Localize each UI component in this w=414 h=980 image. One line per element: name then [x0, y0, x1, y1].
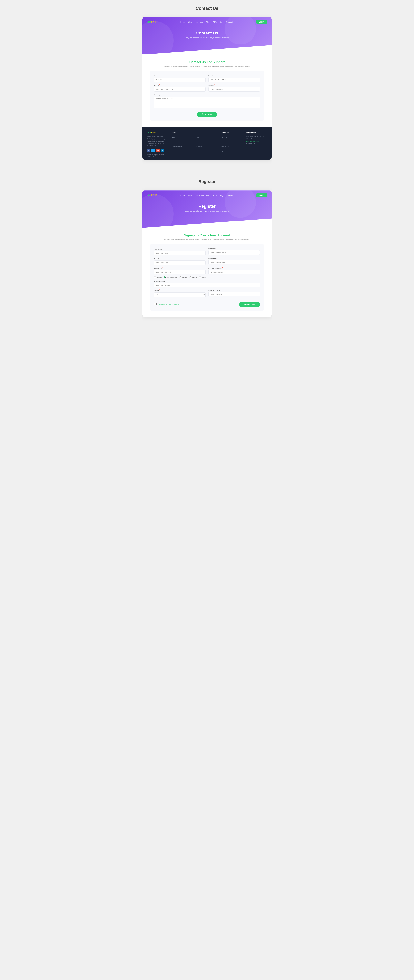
- nav-contact[interactable]: Contact: [226, 21, 232, 23]
- security-answer-input[interactable]: [209, 292, 260, 296]
- register-page-title: Register: [142, 179, 272, 184]
- footer-phone: 877-559-9826: [247, 143, 268, 145]
- nav-faq[interactable]: FAQ: [213, 21, 217, 23]
- register-card: LiteHYIP Home About Investment Plan FAQ …: [142, 190, 272, 317]
- reg-nav-investment[interactable]: Investment Plan: [196, 194, 210, 197]
- payment-payeer: Payeer: [179, 276, 187, 278]
- footer-address: 512. Main road ST. MA 176: [247, 135, 268, 138]
- retype-password-group: Re-type Password *: [209, 267, 260, 275]
- contact-form-row-1: Name * E-mail *: [154, 75, 260, 82]
- reg-nav-home[interactable]: Home: [180, 194, 185, 197]
- username-group: User Name: [209, 257, 260, 265]
- color-bar-red: [207, 13, 210, 13]
- contact-logo: LiteHYIP: [146, 21, 157, 23]
- nav-home[interactable]: Home: [180, 21, 185, 23]
- reg-nav-contact[interactable]: Contact: [226, 194, 232, 197]
- footer-about-blog[interactable]: Blog: [221, 141, 225, 143]
- twitter-icon[interactable]: t: [151, 149, 155, 152]
- contact-navbar: LiteHYIP Home About Investment Plan FAQ …: [142, 17, 272, 27]
- register-row-3: Password * Re-type Password *: [154, 267, 260, 275]
- footer-about-contact[interactable]: Contact Us: [221, 146, 229, 147]
- contact-hero-content: Contact Us Enjoy real benefits and rewar…: [142, 27, 272, 47]
- contact-footer: LiteHYIP We are full service Digital Mar…: [142, 127, 272, 159]
- contact-message-label: Massage *: [154, 94, 260, 96]
- contact-main-content: Contact Us For Support Put your investin…: [142, 54, 272, 127]
- submit-button[interactable]: Submit Now: [239, 302, 260, 307]
- reg-email-input[interactable]: [154, 261, 205, 265]
- contact-subject-group: Subject *: [209, 84, 260, 92]
- contact-nav-links: Home About Investment Plan FAQ Blog Cont…: [180, 20, 233, 24]
- footer-link-home[interactable]: Home: [172, 137, 175, 138]
- color-bar-yellow: [204, 13, 207, 13]
- payment-paypal: Paypal: [189, 276, 197, 278]
- username-input[interactable]: [209, 260, 260, 264]
- footer-about-us[interactable]: About Us: [221, 137, 228, 138]
- select-dropdown[interactable]: Select: [154, 293, 205, 298]
- contact-name-input[interactable]: [154, 78, 205, 82]
- contact-phone-input[interactable]: [154, 87, 205, 92]
- contact-send-button[interactable]: Send Now: [197, 112, 217, 117]
- select-group: Select * Select: [154, 289, 205, 298]
- retype-password-label: Re-type Password *: [209, 267, 260, 269]
- payment-bitcoin-radio[interactable]: [154, 276, 156, 278]
- nav-investment[interactable]: Investment Plan: [196, 21, 210, 23]
- first-name-input[interactable]: [154, 251, 205, 255]
- contact-login-button[interactable]: Login: [256, 20, 268, 24]
- footer-col-contact: Contact Us 512. Main road ST. MA 176 Cha…: [247, 131, 268, 157]
- contact-phone-group: Phone *: [154, 84, 205, 92]
- payment-paytx-radio[interactable]: [199, 276, 201, 278]
- register-navbar: LiteHYIP Home About Investment Plan FAQ …: [142, 190, 272, 200]
- nav-about[interactable]: About: [188, 21, 193, 23]
- privacy-link[interactable]: Privacy Policy: [146, 156, 155, 157]
- first-name-group: First Name *: [154, 248, 205, 255]
- reg-email-label: E-mail *: [154, 257, 205, 260]
- contact-hero-subtitle: Enjoy real benefits and rewards on your …: [142, 37, 272, 39]
- linkedin-icon[interactable]: in: [161, 149, 164, 152]
- contact-email-group: E-mail *: [209, 75, 260, 82]
- register-row-6: Select * Select Security Answer: [154, 289, 260, 298]
- footer-email[interactable]: info@example.com: [247, 140, 259, 142]
- footer-col-links: Links Home About Investment Plan: [172, 131, 193, 157]
- register-hero-content: Register Enjoy real benefits and rewards…: [142, 200, 272, 220]
- footer-about-list: About Us Blog Contact Us Sign In: [221, 135, 242, 152]
- payment-perfectmoney-radio[interactable]: [164, 276, 166, 278]
- contact-email-input[interactable]: [209, 78, 260, 82]
- googleplus-icon[interactable]: g+: [156, 149, 159, 152]
- payment-payeer-radio[interactable]: [179, 276, 181, 278]
- password-label: Password *: [154, 267, 205, 269]
- footer-link-investment[interactable]: Investment Plan: [172, 146, 182, 147]
- color-bar: [201, 13, 213, 13]
- nav-blog[interactable]: Blog: [219, 21, 223, 23]
- contact-message-input[interactable]: [154, 97, 260, 108]
- retype-password-input[interactable]: [209, 270, 260, 274]
- footer-links-list: Home About Investment Plan: [172, 135, 193, 148]
- register-hero-subtitle: Enjoy real benefits and rewards on your …: [142, 210, 272, 212]
- footer-grid: LiteHYIP We are full service Digital Mar…: [146, 131, 268, 157]
- password-input[interactable]: [154, 270, 205, 274]
- payment-options-row: Bitcoin Perfect Money Payeer Paypal Payt…: [154, 276, 260, 278]
- rcb-blue: [210, 186, 213, 186]
- enter-account-input[interactable]: [154, 283, 260, 287]
- register-color-bar: [201, 186, 213, 186]
- footer-link-faq[interactable]: FAQ: [196, 137, 199, 138]
- enter-account-label: Enter Account: [154, 280, 260, 282]
- footer-link-about[interactable]: About: [172, 141, 175, 143]
- footer-about-signin[interactable]: Sign In: [221, 150, 226, 152]
- agree-checkbox[interactable]: [154, 303, 157, 305]
- contact-card: LiteHYIP Home About Investment Plan FAQ …: [142, 17, 272, 159]
- footer-logo-lite: Lite: [146, 131, 151, 134]
- footer-link-blog[interactable]: Blog: [196, 141, 199, 143]
- footer-link-contact[interactable]: Contact: [196, 146, 202, 147]
- payment-bitcoin: Bitcoin: [154, 276, 161, 278]
- register-login-button[interactable]: Login: [256, 193, 268, 197]
- payment-paypal-radio[interactable]: [189, 276, 191, 278]
- facebook-icon[interactable]: f: [146, 149, 150, 152]
- rcb-yellow: [204, 186, 207, 186]
- contact-subject-input[interactable]: [209, 87, 260, 92]
- last-name-input[interactable]: [209, 250, 260, 255]
- contact-subject-label: Subject *: [209, 84, 260, 86]
- reg-nav-faq[interactable]: FAQ: [213, 194, 217, 197]
- footer-faq-list: FAQ Blog Contact: [196, 135, 217, 148]
- reg-nav-blog[interactable]: Blog: [219, 194, 223, 197]
- reg-nav-about[interactable]: About: [188, 194, 193, 197]
